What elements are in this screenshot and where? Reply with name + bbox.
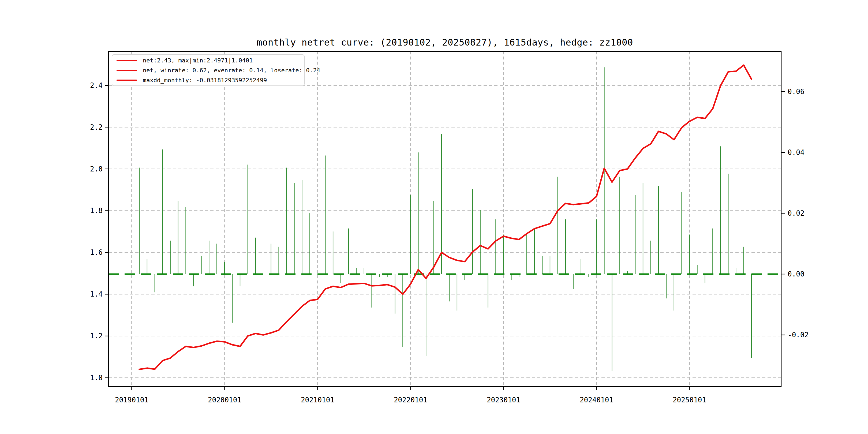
right-tick-labels: -0.020.000.020.040.06 [781, 88, 808, 339]
legend-label: maxdd_monthly: -0.03181293592252499 [143, 77, 267, 84]
chart-title: monthly netret curve: (20190102, 2025082… [108, 37, 781, 48]
left-axis-tick-label: 1.4 [90, 290, 103, 298]
x-axis-tick-label: 20230101 [487, 396, 520, 404]
x-axis-tick-label: 20210101 [301, 396, 334, 404]
legend-item-maxdd: maxdd_monthly: -0.03181293592252499 [112, 75, 304, 85]
return-bars [139, 67, 751, 371]
legend-item-winrate: net, winrate: 0.62, evenrate: 0.14, lose… [112, 66, 304, 75]
x-axis-tick-label: 20200101 [208, 396, 241, 404]
legend-label: net, winrate: 0.62, evenrate: 0.14, lose… [143, 67, 320, 74]
net-line [139, 65, 751, 369]
left-axis-tick-label: 1.0 [90, 374, 103, 382]
x-axis-tick-label: 20240101 [580, 396, 613, 404]
legend-item-net: net:2.43, max|min:2.4971|1.0401 [112, 56, 304, 65]
x-axis-tick-label: 20220101 [394, 396, 427, 404]
x-axis-tick-label: 20250101 [673, 396, 706, 404]
axis-frame [108, 52, 781, 386]
left-axis-tick-label: 1.6 [90, 248, 103, 256]
figure: 1.01.21.41.61.82.02.22.4-0.020.000.020.0… [0, 0, 868, 434]
right-axis-tick-label: 0.00 [787, 270, 805, 278]
right-axis-tick-label: -0.02 [787, 331, 808, 339]
right-axis-tick-label: 0.02 [787, 209, 805, 217]
left-axis-tick-label: 2.4 [90, 82, 103, 90]
left-axis-tick-label: 1.8 [90, 207, 103, 215]
left-axis-tick-label: 2.2 [90, 123, 103, 131]
left-axis-tick-label: 1.2 [90, 332, 103, 340]
x-tick-labels: 2019010120200101202101012022010120230101… [115, 386, 706, 404]
legend-box: net:2.43, max|min:2.4971|1.0401 net, win… [112, 54, 305, 86]
x-axis-tick-label: 20190101 [115, 396, 148, 404]
right-axis-tick-label: 0.06 [787, 88, 805, 96]
red-line-swatch-icon [117, 70, 137, 71]
red-line-swatch-icon [117, 80, 137, 81]
red-line-swatch-icon [117, 60, 137, 61]
legend-label: net:2.43, max|min:2.4971|1.0401 [143, 57, 253, 64]
right-axis-tick-label: 0.04 [787, 148, 805, 156]
left-tick-labels: 1.01.21.41.61.82.02.22.4 [90, 82, 108, 382]
left-axis-tick-label: 2.0 [90, 165, 103, 173]
